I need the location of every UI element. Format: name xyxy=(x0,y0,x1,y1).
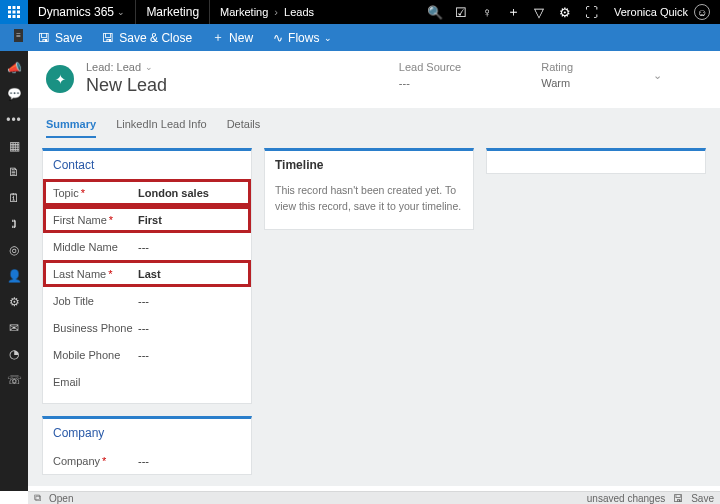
field-job-title[interactable]: Job Title --- xyxy=(43,287,251,314)
entity-icon: ✦ xyxy=(46,65,74,93)
chevron-down-icon: ⌄ xyxy=(145,62,153,72)
tab-details[interactable]: Details xyxy=(227,118,261,138)
side-card xyxy=(486,148,706,174)
timeline-message: This record hasn't been created yet. To … xyxy=(265,179,473,229)
flow-icon: ∿ xyxy=(273,31,283,45)
nav-item-target[interactable]: ◎ xyxy=(0,237,28,263)
plus-icon: ＋ xyxy=(212,29,224,46)
breadcrumb-separator: › xyxy=(274,6,278,18)
save-close-button[interactable]: 🖫 Save & Close xyxy=(92,24,202,51)
nav-item-chat[interactable]: 💬 xyxy=(0,81,28,107)
field-topic[interactable]: Topic* London sales xyxy=(43,179,251,206)
header-field-lead-source[interactable]: Lead Source --- xyxy=(399,61,461,89)
field-value: --- xyxy=(138,455,241,467)
nav-item-announce[interactable]: ☏ xyxy=(0,367,28,393)
field-mobile-phone[interactable]: Mobile Phone --- xyxy=(43,341,251,368)
field-value: --- xyxy=(399,77,461,89)
nav-item-gear[interactable]: ⚙ xyxy=(0,289,28,315)
svg-rect-6 xyxy=(8,15,11,18)
status-save[interactable]: Save xyxy=(691,493,714,504)
breadcrumb: Marketing › Leads xyxy=(210,0,324,24)
field-label: Job Title xyxy=(53,295,138,307)
global-actions: 🔍 ☑ ♀ ＋ ▽ ⚙ ⛶ xyxy=(422,0,604,24)
nav-item-phone[interactable]: 🕽 xyxy=(0,211,28,237)
svg-rect-3 xyxy=(8,11,11,14)
status-bar: ⧉ Open unsaved changes 🖫 Save xyxy=(28,491,720,504)
save-label: Save xyxy=(55,31,82,45)
nav-toggle[interactable]: ≡ xyxy=(14,29,23,42)
assistant-icon[interactable]: ♀ xyxy=(474,5,500,20)
nav-item-megaphone[interactable]: 📣 xyxy=(0,55,28,81)
left-nav: 📣 💬 ••• ▦ 🗎 🗓 🕽 ◎ 👤 ⚙ ✉ ◔ ☏ xyxy=(0,51,28,491)
filter-icon[interactable]: ▽ xyxy=(526,5,552,20)
field-label: Email xyxy=(53,376,138,388)
app-area[interactable]: Marketing xyxy=(136,0,210,24)
record-title: New Lead xyxy=(86,75,167,96)
field-label: Company xyxy=(53,455,100,467)
required-marker: * xyxy=(108,268,112,280)
field-value: --- xyxy=(138,295,241,307)
user-name: Veronica Quick xyxy=(614,6,688,18)
fullscreen-icon[interactable]: ⛶ xyxy=(578,5,604,20)
avatar-icon: ☺ xyxy=(694,4,710,20)
field-value: --- xyxy=(138,241,241,253)
save-button[interactable]: 🖫 Save xyxy=(28,24,92,51)
nav-overflow[interactable]: ••• xyxy=(0,107,28,133)
tab-linkedin[interactable]: LinkedIn Lead Info xyxy=(116,118,207,138)
save-close-icon: 🖫 xyxy=(102,31,114,45)
flows-button[interactable]: ∿ Flows ⌄ xyxy=(263,24,342,51)
record-header: ✦ Lead: Lead ⌄ New Lead Lead Source --- … xyxy=(28,51,720,108)
tab-summary[interactable]: Summary xyxy=(46,118,96,138)
nav-item-calendar[interactable]: 🗓 xyxy=(0,185,28,211)
field-middle-name[interactable]: Middle Name --- xyxy=(43,233,251,260)
contact-card: Contact Topic* London sales First Name* … xyxy=(42,148,252,404)
command-bar: 🖫 Save 🖫 Save & Close ＋ New ∿ Flows ⌄ xyxy=(0,24,720,51)
app-name-dropdown[interactable]: Dynamics 365 ⌄ xyxy=(28,0,136,24)
settings-icon[interactable]: ⚙ xyxy=(552,5,578,20)
add-icon[interactable]: ＋ xyxy=(500,3,526,21)
breadcrumb-item[interactable]: Leads xyxy=(284,6,314,18)
entity-type-dropdown[interactable]: Lead: Lead ⌄ xyxy=(86,61,167,73)
task-icon[interactable]: ☑ xyxy=(448,5,474,20)
form-tabs: Summary LinkedIn Lead Info Details xyxy=(28,108,720,138)
nav-item-mail[interactable]: ✉ xyxy=(0,315,28,341)
field-last-name[interactable]: Last Name* Last xyxy=(43,260,251,287)
header-field-rating[interactable]: Rating Warm xyxy=(541,61,573,89)
user-menu[interactable]: Veronica Quick ☺ xyxy=(604,0,720,24)
save-icon[interactable]: 🖫 xyxy=(673,493,683,504)
field-email[interactable]: Email xyxy=(43,368,251,395)
entity-type-label: Lead: Lead xyxy=(86,61,141,73)
nav-item-clock[interactable]: ◔ xyxy=(0,341,28,367)
app-name: Dynamics 365 xyxy=(38,5,114,19)
field-label: Rating xyxy=(541,61,573,73)
field-value: --- xyxy=(138,349,241,361)
required-marker: * xyxy=(81,187,85,199)
svg-rect-0 xyxy=(8,6,11,9)
field-label: Lead Source xyxy=(399,61,461,73)
search-icon[interactable]: 🔍 xyxy=(422,5,448,20)
field-value: First xyxy=(138,214,241,226)
expand-header-icon[interactable]: ⌄ xyxy=(653,69,662,82)
popout-icon[interactable]: ⧉ xyxy=(34,492,41,504)
svg-rect-4 xyxy=(13,11,16,14)
svg-rect-8 xyxy=(17,15,20,18)
nav-item-grid[interactable]: ▦ xyxy=(0,133,28,159)
form-body: Summary LinkedIn Lead Info Details Conta… xyxy=(28,108,720,486)
field-label: Mobile Phone xyxy=(53,349,138,361)
field-first-name[interactable]: First Name* First xyxy=(43,206,251,233)
field-company[interactable]: Company* --- xyxy=(43,447,251,474)
field-label: Middle Name xyxy=(53,241,138,253)
flows-label: Flows xyxy=(288,31,319,45)
breadcrumb-item[interactable]: Marketing xyxy=(220,6,268,18)
svg-rect-5 xyxy=(17,11,20,14)
svg-rect-7 xyxy=(13,15,16,18)
card-title: Timeline xyxy=(265,151,473,179)
app-launcher-icon[interactable] xyxy=(0,0,28,24)
save-icon: 🖫 xyxy=(38,31,50,45)
field-value: Warm xyxy=(541,77,573,89)
svg-rect-2 xyxy=(17,6,20,9)
nav-item-person[interactable]: 👤 xyxy=(0,263,28,289)
new-button[interactable]: ＋ New xyxy=(202,24,263,51)
field-business-phone[interactable]: Business Phone --- xyxy=(43,314,251,341)
nav-item-doc[interactable]: 🗎 xyxy=(0,159,28,185)
